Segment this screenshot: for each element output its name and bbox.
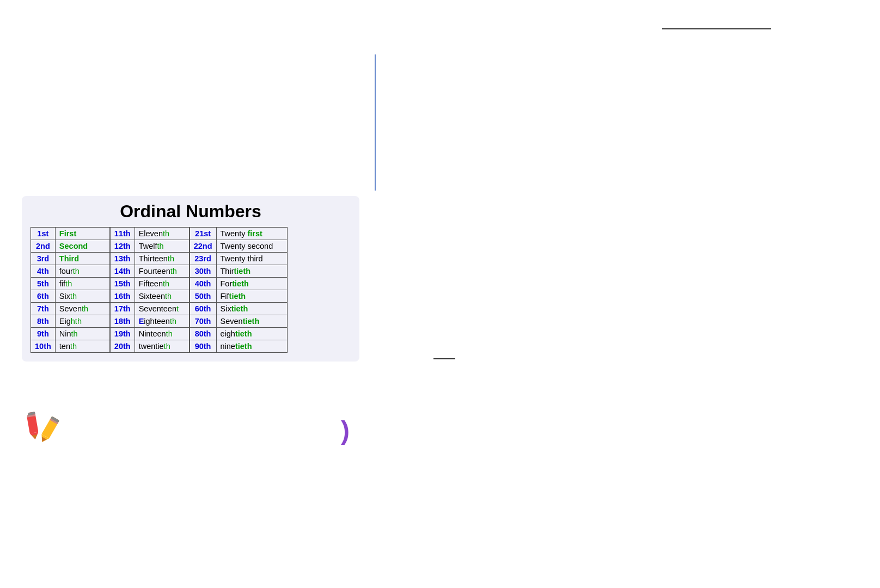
num-cell: 30th: [190, 265, 216, 278]
table-row: 15th Fifteenth: [110, 278, 189, 290]
num-cell: 12th: [110, 240, 135, 253]
num-cell: 6th: [31, 290, 56, 303]
table-row: 20th twentieth: [110, 340, 189, 353]
word-cell: Fortieth: [216, 278, 287, 290]
num-cell: 23rd: [190, 253, 216, 265]
word-cell: Twenty first: [216, 228, 287, 240]
word-cell: First: [55, 228, 109, 240]
num-cell: 13th: [110, 253, 135, 265]
table-col1: 1st First 2nd Second 3rd Third 4th fourt…: [30, 227, 110, 353]
table-row: 10th tenth: [31, 340, 110, 353]
ordinal-numbers-card: Ordinal Numbers 1st First 2nd Second 3rd…: [22, 196, 359, 362]
word-cell: tenth: [55, 340, 109, 353]
num-cell: 5th: [31, 278, 56, 290]
num-cell: 21st: [190, 228, 216, 240]
word-cell: Second: [55, 240, 109, 253]
pencils-bottom-icon: [18, 407, 77, 459]
table-row: 7th Seventh: [31, 303, 110, 315]
table-col2: 11th Eleventh 12th Twelfth 13th Thirteen…: [110, 227, 190, 353]
num-cell: 90th: [190, 340, 216, 353]
num-cell: 8th: [31, 315, 56, 328]
num-cell: 60th: [190, 303, 216, 315]
num-cell: 9th: [31, 328, 56, 340]
top-line-decoration: [662, 28, 771, 29]
num-cell: 70th: [190, 315, 216, 328]
table-row: 90th ninetieth: [190, 340, 287, 353]
word-cell: fourth: [55, 265, 109, 278]
word-cell: Fourteenth: [135, 265, 189, 278]
table-row: 80th eightieth: [190, 328, 287, 340]
num-cell: 18th: [110, 315, 135, 328]
num-cell: 40th: [190, 278, 216, 290]
num-cell: 14th: [110, 265, 135, 278]
num-cell: 80th: [190, 328, 216, 340]
table-row: 12th Twelfth: [110, 240, 189, 253]
table-row: 70th Seventieth: [190, 315, 287, 328]
tables-container: 1st First 2nd Second 3rd Third 4th fourt…: [30, 227, 351, 353]
num-cell: 50th: [190, 290, 216, 303]
table-row: 9th Ninth: [31, 328, 110, 340]
word-cell: Sixteenth: [135, 290, 189, 303]
table-row: 17th Seventeent: [110, 303, 189, 315]
num-cell: 1st: [31, 228, 56, 240]
word-cell: Eighteenth: [135, 315, 189, 328]
word-cell: Ninteenth: [135, 328, 189, 340]
word-cell: Thirtieth: [216, 265, 287, 278]
num-cell: 22nd: [190, 240, 216, 253]
word-cell: Third: [55, 253, 109, 265]
word-cell: Twenty third: [216, 253, 287, 265]
small-dash-decoration: [433, 358, 455, 359]
table-row: 3rd Third: [31, 253, 110, 265]
word-cell: ninetieth: [216, 340, 287, 353]
word-cell: Sixtieth: [216, 303, 287, 315]
num-cell: 19th: [110, 328, 135, 340]
num-cell: 15th: [110, 278, 135, 290]
table-row: 14th Fourteenth: [110, 265, 189, 278]
table-row: 4th fourth: [31, 265, 110, 278]
num-cell: 16th: [110, 290, 135, 303]
table-row: 23rd Twenty third: [190, 253, 287, 265]
table-row: 21st Twenty first: [190, 228, 287, 240]
table-row: 6th Sixth: [31, 290, 110, 303]
svg-marker-11: [32, 434, 38, 440]
word-cell: Ninth: [55, 328, 109, 340]
num-cell: 2nd: [31, 240, 56, 253]
word-cell: Sixth: [55, 290, 109, 303]
table-row: 2nd Second: [31, 240, 110, 253]
word-cell: Thirteenth: [135, 253, 189, 265]
word-cell: eightieth: [216, 328, 287, 340]
table-row: 22nd Twenty second: [190, 240, 287, 253]
word-cell: Seventieth: [216, 315, 287, 328]
word-cell: Fiftieth: [216, 290, 287, 303]
word-cell: fifth: [55, 278, 109, 290]
num-cell: 3rd: [31, 253, 56, 265]
word-cell: twentieth: [135, 340, 189, 353]
word-cell: Eighth: [55, 315, 109, 328]
word-cell: Eleventh: [135, 228, 189, 240]
word-cell: Twenty second: [216, 240, 287, 253]
vertical-line-decoration: [375, 54, 376, 191]
table-row: 19th Ninteenth: [110, 328, 189, 340]
word-cell: Seventh: [55, 303, 109, 315]
num-cell: 20th: [110, 340, 135, 353]
table-row: 16th Sixteenth: [110, 290, 189, 303]
table-row: 50th Fiftieth: [190, 290, 287, 303]
bracket-right-decoration: ): [341, 415, 350, 445]
table-row: 1st First: [31, 228, 110, 240]
word-cell: Twelfth: [135, 240, 189, 253]
word-cell: Fifteenth: [135, 278, 189, 290]
num-cell: 17th: [110, 303, 135, 315]
table-row: 5th fifth: [31, 278, 110, 290]
table-row: 40th Fortieth: [190, 278, 287, 290]
table-row: 13th Thirteenth: [110, 253, 189, 265]
table-row: 30th Thirtieth: [190, 265, 287, 278]
table-row: 18th Eighteenth: [110, 315, 189, 328]
num-cell: 7th: [31, 303, 56, 315]
card-title: Ordinal Numbers: [30, 201, 351, 222]
num-cell: 4th: [31, 265, 56, 278]
num-cell: 10th: [31, 340, 56, 353]
table-row: 11th Eleventh: [110, 228, 189, 240]
num-cell: 11th: [110, 228, 135, 240]
word-cell: Seventeent: [135, 303, 189, 315]
table-row: 60th Sixtieth: [190, 303, 287, 315]
